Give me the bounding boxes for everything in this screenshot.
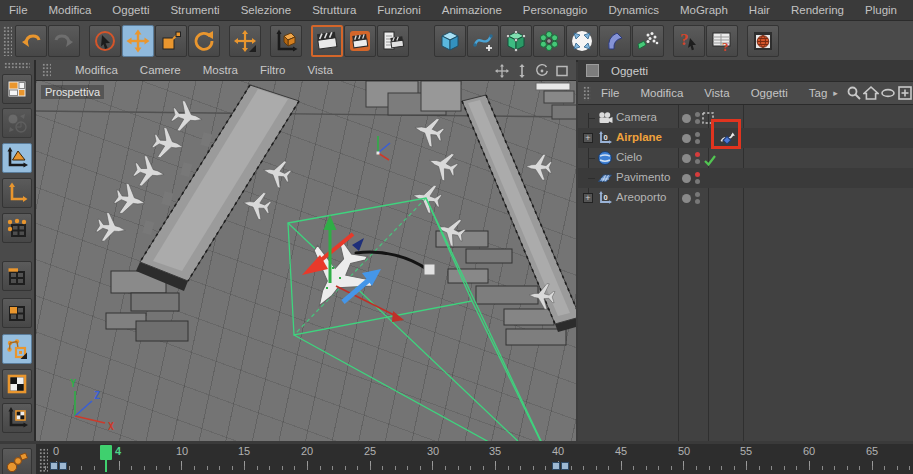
om-menu-modifica[interactable]: Modifica bbox=[640, 87, 683, 99]
texture-axis-mode-icon[interactable] bbox=[2, 403, 32, 433]
object-label[interactable]: Areoporto bbox=[616, 191, 667, 203]
texture-edit-mode-icon[interactable] bbox=[2, 334, 32, 364]
pan-icon[interactable] bbox=[494, 63, 510, 78]
points-mode-icon[interactable] bbox=[2, 213, 32, 243]
menu-dynamics[interactable]: Dynamics bbox=[608, 4, 658, 16]
particles-icon[interactable] bbox=[632, 25, 664, 57]
maximize-icon[interactable] bbox=[554, 63, 570, 78]
eye-icon[interactable] bbox=[879, 84, 896, 102]
help-icon[interactable]: ? bbox=[673, 25, 705, 57]
layer-dot[interactable] bbox=[682, 174, 691, 183]
add-icon[interactable] bbox=[896, 84, 913, 102]
object-row-camera[interactable]: Camera bbox=[578, 108, 913, 128]
menu-funzioni[interactable]: Funzioni bbox=[377, 4, 420, 16]
object-row-cielo[interactable]: Cielo bbox=[578, 148, 913, 168]
editor-visibility-dot[interactable] bbox=[695, 152, 700, 157]
vp-menu-filtro[interactable]: Filtro bbox=[260, 64, 286, 76]
editor-visibility-dot[interactable] bbox=[695, 192, 700, 197]
viewport-canvas[interactable]: Y Z X Prospettiva bbox=[36, 81, 576, 441]
objects-panel-titlebar[interactable]: Oggetti bbox=[578, 60, 913, 82]
menu-selezione[interactable]: Selezione bbox=[241, 4, 292, 16]
menu-animazione[interactable]: Animazione bbox=[442, 4, 502, 16]
keyframe-marker[interactable] bbox=[552, 462, 560, 470]
live-selection-icon[interactable] bbox=[89, 25, 121, 57]
deformer-icon[interactable] bbox=[599, 25, 631, 57]
path-end-handle[interactable] bbox=[424, 264, 435, 275]
object-row-areoporto[interactable]: + 0 Areoporto bbox=[578, 188, 913, 208]
animation-mode-icon[interactable] bbox=[2, 448, 32, 474]
coordinate-system-icon[interactable] bbox=[270, 25, 302, 57]
keyframe-marker[interactable] bbox=[561, 462, 569, 470]
generator-icon[interactable] bbox=[500, 25, 532, 57]
expand-icon[interactable]: + bbox=[583, 193, 593, 203]
menu-oggetti[interactable]: Oggetti bbox=[112, 4, 149, 16]
vp-menu-vista[interactable]: Vista bbox=[307, 64, 332, 76]
timeline-ruler[interactable]: 0 10 15 20 25 30 35 40 45 50 55 60 65 4 bbox=[36, 441, 913, 474]
render-picture-viewer-icon[interactable] bbox=[344, 25, 376, 57]
browser-icon[interactable] bbox=[747, 25, 779, 57]
menu-strumenti[interactable]: Strumenti bbox=[170, 4, 219, 16]
menu-file[interactable]: File bbox=[9, 4, 28, 16]
spline-icon[interactable] bbox=[467, 25, 499, 57]
object-row-pavimento[interactable]: Pavimento bbox=[578, 168, 913, 188]
layer-dot[interactable] bbox=[682, 114, 691, 123]
expand-icon[interactable]: + bbox=[583, 133, 593, 143]
model-mode-icon[interactable] bbox=[2, 143, 32, 173]
orbit-icon[interactable] bbox=[534, 63, 550, 78]
toolbar-grip[interactable] bbox=[3, 26, 12, 56]
vp-menu-camere[interactable]: Camere bbox=[140, 64, 181, 76]
layer-dot[interactable] bbox=[682, 194, 691, 203]
om-menu-vista[interactable]: Vista bbox=[704, 87, 729, 99]
layer-dot[interactable] bbox=[682, 154, 691, 163]
array-icon[interactable] bbox=[533, 25, 565, 57]
rotate-icon[interactable] bbox=[188, 25, 220, 57]
move-gizmo[interactable] bbox=[302, 215, 404, 322]
render-visibility-dot[interactable] bbox=[695, 199, 700, 204]
menu-struttura[interactable]: Struttura bbox=[312, 4, 356, 16]
render-view-icon[interactable] bbox=[311, 25, 343, 57]
command-help-icon[interactable]: ? bbox=[706, 25, 738, 57]
sidebar-grip[interactable] bbox=[4, 62, 30, 70]
move-icon[interactable] bbox=[122, 25, 154, 57]
render-settings-icon[interactable] bbox=[377, 25, 409, 57]
enabled-check-icon[interactable] bbox=[702, 152, 718, 168]
playhead-marker[interactable] bbox=[100, 445, 112, 460]
render-visibility-dot[interactable] bbox=[695, 159, 700, 164]
menu-personaggio[interactable]: Personaggio bbox=[523, 4, 588, 16]
scale-icon[interactable] bbox=[155, 25, 187, 57]
editor-visibility-dot[interactable] bbox=[695, 172, 700, 177]
menu-modifica[interactable]: Modifica bbox=[49, 4, 92, 16]
om-menu-tag[interactable]: Tag bbox=[809, 87, 828, 99]
menu-hair[interactable]: Hair bbox=[749, 4, 770, 16]
expand-icon[interactable] bbox=[566, 25, 598, 57]
om-menu-file[interactable]: File bbox=[601, 87, 620, 99]
render-visibility-dot[interactable] bbox=[695, 179, 700, 184]
om-menu-oggetti[interactable]: Oggetti bbox=[751, 87, 788, 99]
search-icon[interactable] bbox=[846, 84, 863, 102]
redo-icon[interactable] bbox=[48, 25, 80, 57]
object-label[interactable]: Pavimento bbox=[616, 171, 670, 183]
keyframe-marker[interactable] bbox=[59, 462, 67, 470]
move-axis-icon[interactable] bbox=[229, 25, 261, 57]
texture-mode-icon[interactable] bbox=[2, 369, 32, 399]
undo-icon[interactable] bbox=[15, 25, 47, 57]
object-label[interactable]: Camera bbox=[616, 111, 657, 123]
editor-visibility-dot[interactable] bbox=[695, 132, 700, 137]
view-label[interactable]: Prospettiva bbox=[41, 85, 104, 99]
viewport-menu-grip[interactable] bbox=[42, 63, 51, 77]
cube-primitive-icon[interactable] bbox=[434, 25, 466, 57]
dolly-icon[interactable] bbox=[514, 63, 530, 78]
convert-icon[interactable] bbox=[2, 108, 32, 138]
menu-overflow-arrow-icon[interactable]: ▸ bbox=[833, 88, 838, 98]
keyframe-marker[interactable] bbox=[50, 462, 58, 470]
vp-menu-modifica[interactable]: Modifica bbox=[75, 64, 118, 76]
edges-mode-icon[interactable] bbox=[2, 261, 32, 291]
menu-rendering[interactable]: Rendering bbox=[791, 4, 844, 16]
polygons-mode-icon[interactable] bbox=[2, 298, 32, 328]
home-icon[interactable] bbox=[863, 84, 880, 102]
object-row-airplane[interactable]: + 0 Airplane bbox=[578, 128, 913, 148]
layout-icon[interactable] bbox=[2, 74, 32, 104]
vp-menu-mostra[interactable]: Mostra bbox=[203, 64, 238, 76]
render-visibility-dot[interactable] bbox=[695, 139, 700, 144]
object-axis-mode-icon[interactable] bbox=[2, 178, 32, 208]
